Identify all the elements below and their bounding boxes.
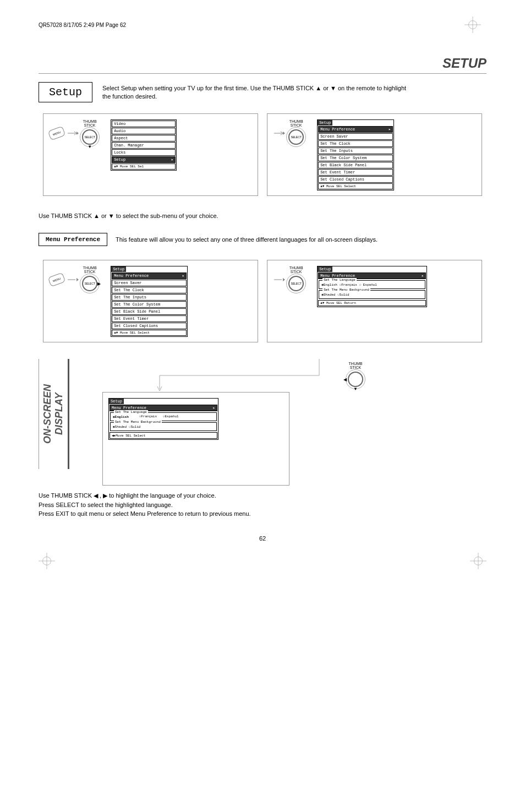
instruction-text: Use THUMB STICK ▲ or ▼ to select the sub… xyxy=(39,212,486,219)
page-title: SETUP xyxy=(39,56,486,74)
osd-setup-menu: Setup Menu Preference Screen Saver Set T… xyxy=(317,119,394,190)
connector-line-icon xyxy=(149,359,325,392)
setup-description: Select Setup when setting your TV up for… xyxy=(102,82,406,101)
diagram-1: MENU THUMBSTICK SELECT▼ Video Audio Aspe… xyxy=(43,113,258,196)
arrow-right-icon xyxy=(274,277,285,282)
thumbstick-icon: SELECT▼ xyxy=(82,129,97,145)
menu-button-icon: MENU xyxy=(48,273,65,287)
thumbstick-icon: SELECT▶ xyxy=(82,276,97,291)
connector: THUMBSTICK ▼◀ xyxy=(39,359,486,392)
thumbstick-icon: ▼◀ xyxy=(348,372,363,387)
osd-preference-menu: Setup Menu Preference Set The Language ◉… xyxy=(317,266,427,307)
side-label: ON-SCREEN DISPLAY xyxy=(39,359,69,469)
thumbstick-icon: SELECT xyxy=(288,276,304,291)
registration-mark-br xyxy=(470,553,486,569)
thumbstick-label: THUMBSTICK xyxy=(83,266,97,274)
diagram-2: THUMBSTICK SELECT Setup Menu Preference … xyxy=(267,113,482,196)
thumbstick-icon: SELECT xyxy=(288,129,304,145)
header-line: QR57028 8/17/05 2:49 PM Page 62 xyxy=(39,22,486,28)
thumbstick-label: THUMBSTICK xyxy=(83,119,97,127)
arrow-right-icon xyxy=(68,277,79,282)
osd-main-menu: Video Audio Aspect Chan. Manager Locks S… xyxy=(111,119,177,171)
registration-mark-top xyxy=(464,17,481,33)
thumbstick-label: THUMBSTICK xyxy=(289,266,303,274)
arrow-right-icon xyxy=(274,130,285,136)
menu-button-icon: MENU xyxy=(48,126,65,140)
menu-preference-desc: This feature will allow you to select an… xyxy=(116,236,378,243)
registration-mark-bl xyxy=(39,553,55,569)
instructions-end: Use THUMB STICK ◀ , ▶ to highlight the l… xyxy=(39,491,486,519)
menu-preference-box: Menu Preference xyxy=(39,233,107,246)
diagram-5: Setup Menu Preference Set The Language ◉… xyxy=(102,392,289,486)
setup-box: Setup xyxy=(39,82,92,102)
diagram-4: THUMBSTICK SELECT Setup Menu Preference … xyxy=(267,260,482,342)
osd-setup-menu-2: Setup Menu Preference Screen Saver Set T… xyxy=(111,266,188,337)
thumbstick-label: THUMBSTICK xyxy=(349,362,363,369)
osd-preference-menu-2: Setup Menu Preference Set The Language ◉… xyxy=(108,398,218,440)
arrow-right-icon xyxy=(68,130,79,136)
thumbstick-label: THUMBSTICK xyxy=(289,119,303,127)
diagram-3: MENU THUMBSTICK SELECT▶ Setup Menu Prefe… xyxy=(43,260,258,342)
page-number: 62 xyxy=(39,535,486,542)
